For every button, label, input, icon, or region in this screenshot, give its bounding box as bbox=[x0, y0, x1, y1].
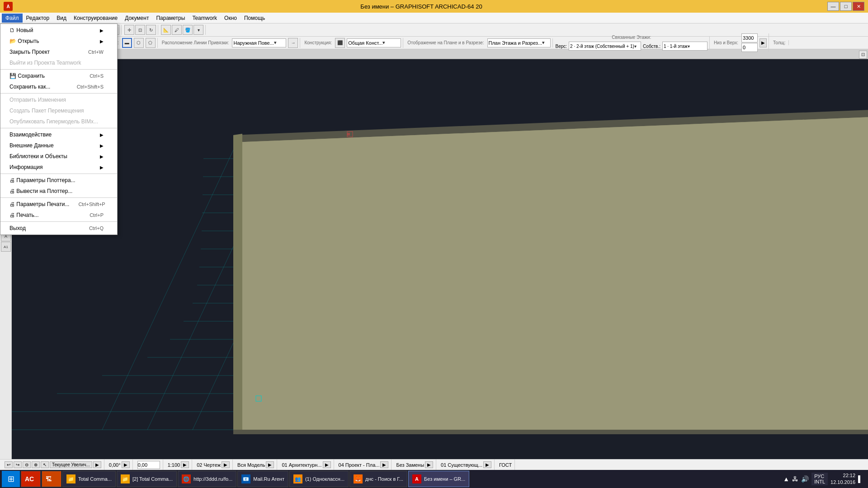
zoom-in-btn[interactable]: ⊕ bbox=[32, 461, 40, 468]
taskbar-item-archicad-active[interactable]: A Без имени – GR... bbox=[408, 471, 469, 487]
menu-help[interactable]: Помощь bbox=[241, 14, 269, 23]
taskbar-item-archicad-logo[interactable]: AC bbox=[21, 471, 41, 487]
coord-x-input[interactable] bbox=[137, 461, 160, 469]
menu-new[interactable]: 🗋 Новый▶ bbox=[0, 25, 117, 36]
menu-exit[interactable]: ВыходCtrl+Q bbox=[0, 223, 117, 234]
bottom-floor-combo[interactable]: 1 · 1-й этаж bbox=[662, 42, 708, 51]
display-label: Отображение на Плане и в Разрезе: bbox=[406, 40, 485, 45]
move-btn[interactable]: ✛ bbox=[124, 25, 134, 35]
angle-value: 0,00° bbox=[109, 462, 121, 468]
sep-1 bbox=[0, 69, 117, 70]
scale-btn[interactable]: ▶ bbox=[181, 461, 189, 468]
lineplacement-arrow[interactable]: → bbox=[288, 38, 298, 48]
tray-language[interactable]: РУСINTL bbox=[811, 473, 828, 485]
tray-network-icon[interactable]: 🖧 bbox=[792, 475, 798, 483]
menu-file[interactable]: Файл bbox=[2, 14, 23, 23]
menu-bar: Файл Редактор Вид Конструирование Докуме… bbox=[0, 13, 868, 23]
layer-btn[interactable]: ▶ bbox=[222, 461, 230, 468]
height-nav-btn[interactable]: ▶ bbox=[760, 38, 767, 47]
archicad-active-icon: A bbox=[412, 474, 421, 483]
totalcmd1-label: Total Comma... bbox=[78, 476, 112, 482]
paint-btn[interactable]: 🪣 bbox=[183, 25, 193, 35]
cursor-btn[interactable]: ↖ bbox=[41, 461, 49, 468]
menu-print[interactable]: 🖨 Печать...Ctrl+P bbox=[0, 210, 117, 221]
start-button[interactable]: ⊞ bbox=[2, 471, 20, 487]
menu-design[interactable]: Конструирование bbox=[70, 14, 121, 23]
arch-btn[interactable]: ▶ bbox=[323, 461, 331, 468]
menu-plotter-params[interactable]: 🖨 Параметры Плоттера... bbox=[0, 175, 117, 186]
main-area: ↖ ✎ ⬛ 🚪 □ ⬚ △ ≡ Докум ⊕ ✂ ⊞ ⬚ 📷 Разнос ↩… bbox=[0, 59, 868, 472]
menu-close-project[interactable]: Закрыть ПроектCtrl+W bbox=[0, 47, 117, 57]
eyedrop-btn[interactable]: 🖊 bbox=[172, 25, 182, 35]
geom-tri[interactable]: ⬠ bbox=[146, 38, 156, 48]
taskbar-item-browser[interactable]: 🌐 http://3ddd.ru/fo... bbox=[178, 471, 236, 487]
menu-save[interactable]: 💾 СохранитьCtrl+S bbox=[0, 70, 117, 81]
view-switch-btn[interactable]: ⊡ bbox=[859, 51, 867, 59]
tray-show-desktop-icon[interactable]: ▌ bbox=[858, 475, 863, 483]
structure-btn[interactable]: ▶ bbox=[483, 461, 491, 468]
menu-interaction[interactable]: Взаимодействие▶ bbox=[0, 129, 117, 140]
stretch-btn[interactable]: ⊡ bbox=[135, 25, 145, 35]
tool-section-4: 📐 🖊 🪣 ▾ bbox=[159, 25, 206, 35]
forward-btn[interactable]: ▶ bbox=[93, 461, 101, 468]
menu-open[interactable]: 📂 Открыть▶ bbox=[0, 36, 117, 47]
menu-window[interactable]: Окно bbox=[221, 14, 241, 23]
top-floor-combo[interactable]: 2 · 2-й этаж (Собственный + 1) bbox=[569, 42, 641, 51]
menu-external-data[interactable]: Внешние Данные▶ bbox=[0, 140, 117, 151]
geom-rect[interactable]: ▬ bbox=[122, 38, 132, 48]
undo-btn[interactable]: ↩ bbox=[5, 461, 13, 468]
archicad-icon: AC bbox=[25, 475, 34, 483]
construction-combo[interactable]: Общая Конст... bbox=[347, 38, 401, 47]
tray-arrow-icon[interactable]: ▲ bbox=[783, 475, 789, 483]
odnoklassniki-label: (1) Одноклассн... bbox=[305, 476, 344, 482]
menu-info[interactable]: Информация▶ bbox=[0, 162, 117, 173]
menu-view[interactable]: Вид bbox=[53, 14, 70, 23]
redo-btn[interactable]: ↪ bbox=[14, 461, 22, 468]
tray-clock[interactable]: 22:12 12.10.2016 bbox=[830, 472, 855, 486]
menu-plotter-output[interactable]: 🖨 Вывести на Плоттер... bbox=[0, 186, 117, 197]
menu-editor[interactable]: Редактор bbox=[23, 14, 53, 23]
browser-label: http://3ddd.ru/fo... bbox=[193, 476, 232, 482]
taskbar-item-graphisoft[interactable]: 🏗 bbox=[42, 471, 61, 487]
sep-5 bbox=[0, 197, 117, 198]
taskbar-item-odnoklassniki[interactable]: 👥 (1) Одноклассн... bbox=[289, 471, 349, 487]
height-bottom-input[interactable]: 0 bbox=[741, 43, 758, 52]
thickness-section: Толщ: bbox=[770, 40, 789, 45]
top-floor-label: Верс: bbox=[556, 44, 567, 49]
left-btn-a1[interactable]: A1 bbox=[1, 242, 11, 252]
lineplacement-combo[interactable]: Наружная Пове... bbox=[232, 38, 286, 47]
menu-libraries[interactable]: Библиотеки и Объекты▶ bbox=[0, 151, 117, 162]
taskbar-item-dns[interactable]: 🦊 днс - Поиск в Г... bbox=[349, 471, 407, 487]
model-btn[interactable]: ▶ bbox=[266, 461, 274, 468]
maximize-button[interactable]: □ bbox=[840, 2, 852, 11]
menu-save-as[interactable]: Сохранить как...Ctrl+Shift+S bbox=[0, 81, 117, 92]
paint-dropdown[interactable]: ▾ bbox=[193, 25, 203, 35]
replace-btn[interactable]: ▶ bbox=[425, 461, 433, 468]
rotate-btn[interactable]: ↻ bbox=[146, 25, 156, 35]
taskbar-item-totalcmd2[interactable]: 📁 [2] Total Comma... bbox=[117, 471, 177, 487]
zoom-out-btn[interactable]: ⊖ bbox=[23, 461, 31, 468]
zoom-label-btn[interactable]: Текущее Увелич... bbox=[50, 461, 92, 468]
angle-btn[interactable]: ▶ bbox=[122, 461, 130, 468]
geom-poly[interactable]: ⬡ bbox=[134, 38, 144, 48]
height-top-input[interactable]: 3300 bbox=[741, 33, 758, 42]
menu-teamwork[interactable]: Teamwork bbox=[189, 14, 221, 23]
taskbar-item-totalcmd1[interactable]: 📁 Total Comma... bbox=[62, 471, 116, 487]
standard-value: ГОСТ bbox=[499, 462, 512, 468]
height-label: Низ и Верх: bbox=[712, 40, 740, 45]
window-title: Без имени – GRAPHISOFT ARCHICAD-64 20 bbox=[15, 3, 827, 10]
menu-document[interactable]: Документ bbox=[121, 14, 152, 23]
tray-volume-icon[interactable]: 🔊 bbox=[801, 475, 809, 483]
measure-btn[interactable]: 📐 bbox=[161, 25, 171, 35]
viewport[interactable] bbox=[12, 59, 868, 472]
browser-icon: 🌐 bbox=[182, 474, 191, 483]
menu-options[interactable]: Параметры bbox=[152, 14, 189, 23]
close-button[interactable]: ✕ bbox=[853, 2, 864, 11]
taskbar-tray: ▲ 🖧 🔊 РУСINTL 22:12 12.10.2016 ▌ bbox=[779, 472, 866, 486]
taskbar-item-mailru[interactable]: 📧 Mail.Ru Агент bbox=[237, 471, 288, 487]
menu-print-params[interactable]: 🖨 Параметры Печати...Ctrl+Shift+P bbox=[0, 199, 117, 210]
minimize-button[interactable]: — bbox=[827, 2, 839, 11]
project-btn[interactable]: ▶ bbox=[380, 461, 388, 468]
display-combo[interactable]: План Этажа и Разрез... bbox=[487, 38, 551, 47]
odnoklassniki-icon: 👥 bbox=[293, 474, 302, 483]
